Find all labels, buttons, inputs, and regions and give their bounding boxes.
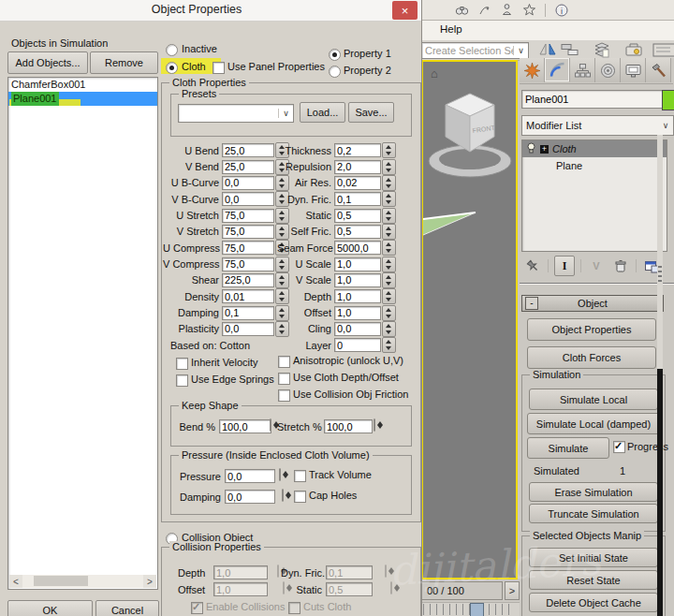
pressure-damping-input[interactable] — [225, 490, 275, 504]
plasticity-input[interactable] — [222, 322, 274, 336]
set-initial-state-button[interactable]: Set Initial State — [529, 548, 658, 567]
density-input[interactable] — [222, 289, 274, 303]
v-stretch-input[interactable] — [222, 225, 274, 239]
presets-dropdown[interactable]: ∨ — [178, 104, 294, 123]
track-volume-checkbox[interactable] — [294, 470, 306, 482]
erase-simulation-button[interactable]: Erase Simulation — [529, 482, 658, 502]
simulate-button[interactable]: Simulate — [527, 437, 609, 459]
spinner[interactable] — [270, 418, 271, 432]
tab-motion[interactable] — [595, 58, 621, 82]
clipped-toolbar-icon[interactable] — [652, 41, 674, 58]
truncate-simulation-button[interactable]: Truncate Simulation — [529, 504, 658, 523]
make-unique-icon[interactable]: V — [587, 257, 606, 275]
modifier-list-dropdown[interactable]: Modifier List ∨ — [521, 115, 674, 136]
stretch-percent-input[interactable] — [324, 419, 373, 433]
pin-stack-icon[interactable] — [523, 257, 542, 275]
pressure-input[interactable] — [225, 469, 275, 483]
progress-checkbox[interactable] — [613, 441, 625, 453]
self-fric-input[interactable] — [334, 225, 381, 239]
u-compress-input[interactable] — [222, 241, 274, 255]
align-icon[interactable] — [561, 42, 579, 57]
tab-utilities[interactable] — [646, 58, 671, 82]
spinner[interactable] — [382, 305, 396, 321]
reset-state-button[interactable]: Reset State — [529, 570, 658, 590]
list-item-selected[interactable]: Plane001 — [8, 92, 157, 106]
air-res-input[interactable] — [334, 176, 381, 190]
spinner[interactable] — [382, 208, 396, 224]
layer-manager-icon[interactable] — [593, 41, 611, 58]
cling-input[interactable] — [334, 322, 381, 336]
collapse-icon[interactable]: - — [525, 297, 538, 310]
cancel-button[interactable]: Cancel — [95, 600, 159, 616]
spinner[interactable] — [382, 272, 396, 288]
panel-scrollbar[interactable] — [657, 135, 663, 616]
selection-set-combo[interactable]: Create Selection Se ∨ — [421, 42, 529, 59]
thickness-input[interactable] — [334, 143, 381, 157]
anisotropic-checkbox[interactable] — [278, 356, 290, 368]
tab-hierarchy[interactable] — [570, 58, 595, 82]
cloth-radio[interactable] — [166, 62, 178, 74]
object-color-swatch[interactable] — [662, 90, 674, 110]
scroll-left-icon[interactable]: < — [9, 575, 22, 588]
show-end-result-icon[interactable]: I — [554, 256, 575, 276]
spinner[interactable] — [382, 191, 396, 207]
list-horizontal-scrollbar[interactable]: < > — [9, 575, 156, 588]
stack-row-cloth[interactable]: + Cloth — [522, 140, 667, 157]
cap-holes-checkbox[interactable] — [294, 491, 306, 503]
v-scale-input[interactable] — [334, 273, 381, 287]
current-frame-display[interactable]: 00 / 100 — [421, 581, 503, 600]
depth-input[interactable] — [334, 289, 381, 303]
static-input[interactable] — [334, 209, 381, 223]
cloth-forces-button[interactable]: Cloth Forces — [527, 346, 656, 369]
repulsion-input[interactable] — [334, 160, 381, 174]
menu-help[interactable]: Help — [440, 23, 462, 35]
v-bend-input[interactable] — [222, 160, 274, 174]
add-objects-button[interactable]: Add Objects... — [7, 51, 88, 74]
use-collision-obj-friction-checkbox[interactable] — [278, 389, 290, 402]
list-item[interactable]: ChamferBox001 — [8, 78, 157, 92]
object-name-field[interactable] — [521, 90, 664, 109]
spinner[interactable] — [382, 159, 396, 175]
expand-icon[interactable]: + — [540, 145, 549, 154]
u-scale-input[interactable] — [334, 257, 381, 271]
v-compress-input[interactable] — [222, 257, 274, 271]
spinner[interactable] — [382, 321, 396, 337]
use-edge-springs-checkbox[interactable] — [176, 374, 188, 387]
time-slider-handle[interactable] — [470, 603, 484, 616]
panel-scrollbar-thumb[interactable] — [657, 369, 663, 616]
simulate-local-button[interactable]: Simulate Local — [529, 389, 658, 410]
spinner[interactable] — [382, 224, 396, 240]
scroll-thumb[interactable] — [34, 576, 88, 586]
damping-input[interactable] — [222, 306, 274, 320]
ok-button[interactable]: OK — [7, 600, 93, 616]
spinner[interactable] — [382, 257, 396, 272]
tab-create[interactable] — [520, 58, 545, 82]
property1-radio[interactable] — [329, 49, 341, 61]
lightbulb-icon[interactable] — [526, 142, 536, 156]
property2-radio[interactable] — [329, 66, 341, 78]
mirror-icon[interactable] — [537, 42, 558, 57]
spinner[interactable] — [282, 489, 284, 502]
binoculars-icon[interactable] — [455, 3, 469, 17]
scroll-track[interactable] — [22, 575, 143, 588]
remove-modifier-icon[interactable] — [611, 257, 630, 275]
tab-modify[interactable] — [545, 58, 570, 82]
use-panel-properties-checkbox[interactable] — [212, 62, 225, 74]
viewcube[interactable]: FRONT — [427, 79, 513, 188]
load-button[interactable]: Load... — [300, 102, 345, 123]
stack-row-plane[interactable]: Plane — [522, 157, 667, 174]
dyn-fric-input[interactable] — [334, 192, 381, 206]
spinner[interactable] — [374, 418, 375, 432]
seam-force-input[interactable] — [334, 241, 381, 255]
delete-object-cache-button[interactable]: Delete Object Cache — [529, 593, 658, 612]
inherit-velocity-checkbox[interactable] — [176, 358, 188, 370]
info-icon[interactable]: i — [554, 3, 569, 18]
spinner[interactable] — [279, 468, 281, 481]
figure-icon[interactable] — [500, 3, 514, 17]
v-b-curve-input[interactable] — [222, 192, 274, 206]
scroll-right-icon[interactable]: > — [143, 575, 156, 588]
spinner[interactable] — [382, 142, 396, 158]
tab-display[interactable] — [621, 58, 646, 82]
close-button[interactable]: × — [392, 1, 418, 20]
spinner[interactable] — [382, 240, 396, 256]
